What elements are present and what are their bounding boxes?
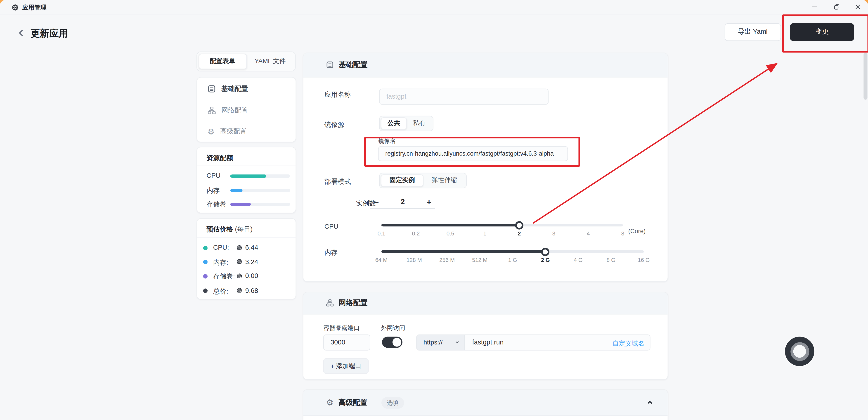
quota-label-cpu: CPU bbox=[207, 172, 220, 179]
memory-slider-ticks: 64 M 128 M 256 M 512 M 1 G 2 G 4 G 8 G 1… bbox=[381, 257, 644, 264]
memory-slider bbox=[381, 247, 644, 256]
container-port-input[interactable] bbox=[323, 334, 370, 350]
optional-badge: 选填 bbox=[381, 397, 404, 409]
price-label-memory: 内存: bbox=[213, 258, 228, 267]
gear-icon: ⚙ bbox=[326, 398, 334, 407]
app-name-label: 应用名称 bbox=[324, 90, 351, 100]
deploy-mode-fixed-option[interactable]: 固定实例 bbox=[381, 174, 424, 187]
replicas-stepper: − 2 + bbox=[370, 196, 435, 209]
image-source-label: 镜像源 bbox=[324, 120, 344, 129]
app-name-input[interactable] bbox=[379, 88, 549, 104]
external-access-toggle[interactable] bbox=[382, 337, 402, 348]
price-value-total: 9.68 bbox=[245, 287, 258, 294]
price-value-cpu: 6.44 bbox=[245, 244, 258, 251]
protocol-select[interactable]: https:// bbox=[417, 335, 465, 350]
app-window: 应用管理 更新应用 导出 Yaml 变更 配置表单 YAML 文件 基础配置 bbox=[0, 0, 868, 420]
decrement-button[interactable]: − bbox=[370, 197, 382, 206]
nav-item-network-config[interactable]: 网络配置 bbox=[197, 99, 296, 121]
quota-label-storage: 存储卷 bbox=[207, 200, 226, 209]
quota-bar-memory bbox=[230, 189, 290, 192]
network-config-header: 网络配置 bbox=[303, 292, 668, 314]
apply-change-button[interactable]: 变更 bbox=[790, 23, 854, 41]
quota-title: 资源配额 bbox=[207, 153, 233, 162]
quota-fill-storage bbox=[230, 203, 251, 206]
basic-config-card: 基础配置 应用名称 镜像源 公共 私有 镜像名 部署模式 固定实例 弹性伸缩 实… bbox=[303, 53, 668, 281]
desktop: 应用管理 更新应用 导出 Yaml 变更 配置表单 YAML 文件 基础配置 bbox=[0, 0, 868, 420]
cpu-slider bbox=[381, 221, 623, 229]
price-dot-storage bbox=[203, 274, 208, 278]
advanced-config-header[interactable]: ⚙ 高级配置 选填 bbox=[303, 389, 668, 416]
image-name-input[interactable] bbox=[378, 146, 568, 161]
quota-fill-memory bbox=[230, 189, 242, 192]
memory-label: 内存 bbox=[324, 248, 338, 258]
tab-yaml-file[interactable]: YAML 文件 bbox=[247, 53, 294, 69]
increment-button[interactable]: + bbox=[423, 197, 435, 206]
nav-item-basic-config[interactable]: 基础配置 bbox=[197, 78, 296, 99]
protocol-value: https:// bbox=[424, 339, 443, 346]
image-source-public-option[interactable]: 公共 bbox=[381, 117, 407, 129]
back-button[interactable] bbox=[16, 27, 27, 38]
external-access-label: 外网访问 bbox=[381, 324, 405, 332]
deploy-mode-segmented: 固定实例 弹性伸缩 bbox=[379, 173, 467, 188]
image-source-segmented: 公共 私有 bbox=[379, 115, 433, 131]
form-icon bbox=[326, 61, 334, 69]
section-nav: 基础配置 网络配置 ⚙ 高级配置 bbox=[196, 77, 296, 142]
price-dot-cpu bbox=[203, 246, 208, 250]
deploy-mode-label: 部署模式 bbox=[324, 177, 351, 186]
toggle-knob bbox=[393, 338, 401, 347]
click-indicator-ring bbox=[790, 342, 809, 361]
minimize-button[interactable] bbox=[807, 2, 822, 12]
price-label-total: 总价: bbox=[213, 287, 228, 296]
gear-icon: ⚙ bbox=[208, 127, 215, 135]
network-config-title: 网络配置 bbox=[339, 298, 367, 308]
memory-slider-fill bbox=[381, 250, 545, 253]
chevron-down-icon bbox=[455, 340, 460, 345]
replicas-value: 2 bbox=[401, 198, 405, 206]
advanced-config-title: 高级配置 bbox=[338, 397, 367, 407]
basic-config-header: 基础配置 bbox=[303, 53, 668, 77]
cpu-label: CPU bbox=[324, 222, 338, 230]
divider bbox=[197, 165, 296, 166]
custom-domain-link[interactable]: 自定义域名 bbox=[613, 339, 644, 348]
page-title: 更新应用 bbox=[31, 27, 68, 40]
chevron-up-icon[interactable] bbox=[647, 399, 653, 406]
click-indicator bbox=[785, 337, 814, 366]
cpu-slider-fill bbox=[381, 224, 519, 227]
memory-slider-handle[interactable] bbox=[541, 247, 550, 256]
network-icon bbox=[326, 299, 334, 307]
form-icon bbox=[208, 85, 216, 93]
click-indicator-core bbox=[793, 345, 806, 358]
price-label-storage: 存储卷: bbox=[213, 272, 235, 281]
vertical-scrollbar[interactable] bbox=[863, 53, 867, 100]
divider bbox=[197, 237, 296, 238]
add-port-button[interactable]: + 添加端口 bbox=[323, 358, 369, 374]
image-name-label: 镜像名 bbox=[378, 137, 396, 145]
app-logo-icon bbox=[11, 3, 19, 13]
price-label-cpu: CPU: bbox=[213, 244, 229, 251]
quota-fill-cpu bbox=[230, 174, 266, 178]
price-value-memory: 3.24 bbox=[245, 258, 258, 266]
image-source-private-option[interactable]: 私有 bbox=[407, 117, 432, 129]
price-dot-total bbox=[203, 289, 208, 293]
shell-coin-icon bbox=[236, 288, 242, 294]
restore-button[interactable] bbox=[829, 2, 844, 12]
tab-config-form[interactable]: 配置表单 bbox=[198, 53, 247, 69]
shell-coin-icon bbox=[236, 244, 242, 250]
close-button[interactable] bbox=[850, 2, 865, 12]
container-port-label: 容器暴露端口 bbox=[323, 324, 360, 332]
price-dot-memory bbox=[203, 260, 208, 264]
cpu-unit-label: (Core) bbox=[628, 228, 646, 234]
nav-item-advanced-config[interactable]: ⚙ 高级配置 bbox=[197, 121, 296, 142]
basic-config-title: 基础配置 bbox=[339, 60, 367, 70]
export-yaml-button[interactable]: 导出 Yaml bbox=[725, 23, 781, 41]
shell-coin-icon bbox=[236, 259, 242, 265]
price-title: 预估价格 (每日) bbox=[207, 225, 253, 234]
cpu-slider-ticks: 0.1 0.2 0.5 1 2 3 4 8 bbox=[381, 230, 623, 237]
title-bar: 应用管理 bbox=[0, 0, 868, 14]
deploy-mode-elastic-option[interactable]: 弹性伸缩 bbox=[424, 174, 465, 187]
quota-bar-cpu bbox=[230, 174, 290, 178]
domain-group: https:// 自定义域名 bbox=[416, 334, 650, 350]
cpu-slider-handle[interactable] bbox=[515, 221, 523, 229]
network-config-card: 网络配置 容器暴露端口 外网访问 https:// 自定义域名 + 添加端口 bbox=[303, 292, 668, 380]
quota-bar-storage bbox=[230, 203, 290, 206]
